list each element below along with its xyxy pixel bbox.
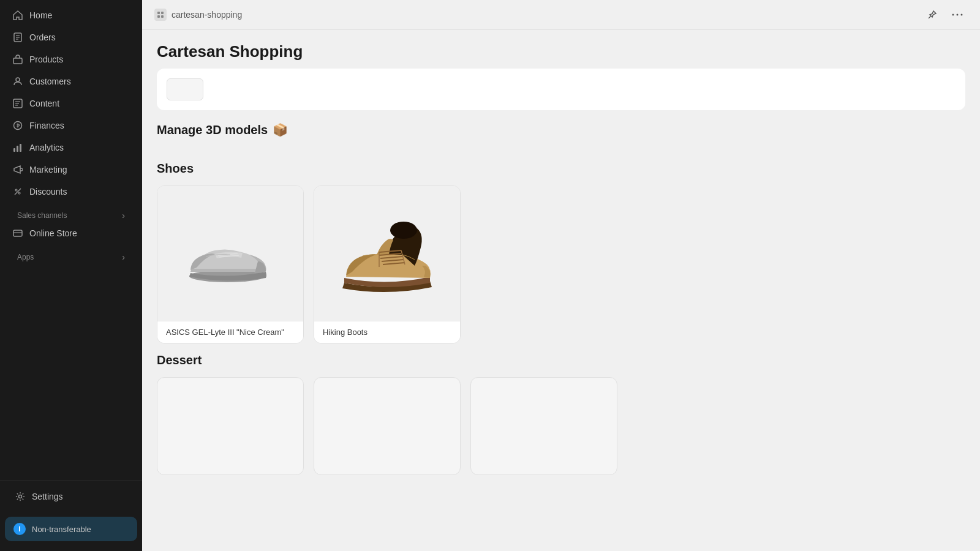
sidebar-item-online-store[interactable]: Online Store [5, 223, 137, 244]
discounts-icon [12, 186, 23, 197]
settings-item[interactable]: Settings [7, 486, 135, 507]
sidebar: Home Orders [0, 0, 142, 551]
svg-point-26 [961, 14, 963, 16]
dessert-placeholder-2[interactable] [314, 377, 461, 475]
sidebar-item-finances[interactable]: Finances [5, 115, 137, 136]
svg-point-18 [19, 495, 22, 498]
dessert-title: Dessert [142, 353, 980, 367]
page-content: Cartesan Shopping Manage 3D models 📦 Sho… [142, 30, 980, 551]
online-store-icon [12, 228, 23, 239]
svg-rect-20 [161, 12, 164, 14]
products-icon [12, 54, 23, 65]
page-title: Cartesan Shopping [157, 42, 965, 61]
dessert-placeholder-3[interactable] [470, 377, 617, 475]
product-label-asics: ASICS GEL-Lyte III "Nice Cream" [157, 321, 303, 343]
home-icon [12, 10, 23, 21]
shoes-section-label: Shoes [142, 162, 980, 176]
svg-point-15 [18, 192, 20, 194]
box-emoji: 📦 [273, 122, 288, 137]
page-header: Cartesan Shopping [142, 30, 980, 69]
analytics-icon [12, 142, 23, 153]
sidebar-item-products[interactable]: Products [5, 49, 137, 70]
dessert-placeholder-1[interactable] [157, 377, 304, 475]
orders-icon [12, 32, 23, 43]
product-image-hiking [314, 186, 460, 321]
manage-3d-section: Manage 3D models 📦 [142, 122, 980, 162]
settings-icon [15, 491, 26, 502]
non-transferable-badge[interactable]: i Non-transferable [5, 517, 137, 541]
svg-point-30 [390, 222, 417, 239]
product-image-asics [157, 186, 303, 321]
breadcrumb: cartesan-shopping [154, 9, 242, 21]
dessert-grid [142, 377, 980, 485]
partial-card-content [167, 78, 203, 100]
marketing-icon [12, 164, 23, 175]
main-area: cartesan-shopping [142, 0, 980, 551]
svg-rect-22 [161, 15, 164, 18]
sidebar-item-analytics[interactable]: Analytics [5, 137, 137, 158]
sales-channels-section: Sales channels › [5, 203, 137, 223]
apps-chevron-icon[interactable]: › [122, 252, 125, 262]
svg-rect-13 [20, 144, 21, 152]
svg-point-5 [16, 78, 20, 81]
svg-rect-21 [157, 15, 160, 18]
product-card-hiking[interactable]: Hiking Boots [314, 186, 461, 343]
info-icon: i [13, 523, 26, 535]
sidebar-bottom: Settings [0, 481, 142, 514]
sidebar-item-orders[interactable]: Orders [5, 27, 137, 48]
sidebar-item-discounts[interactable]: Discounts [5, 181, 137, 202]
partial-card [157, 69, 965, 110]
product-card-asics[interactable]: ASICS GEL-Lyte III "Nice Cream" [157, 186, 304, 343]
sidebar-item-home[interactable]: Home [5, 5, 137, 26]
content-icon [12, 98, 23, 109]
shoes-title: Shoes [142, 162, 980, 176]
finances-icon [12, 120, 23, 131]
sidebar-item-customers[interactable]: Customers [5, 71, 137, 92]
sidebar-item-marketing[interactable]: Marketing [5, 159, 137, 180]
svg-rect-12 [17, 146, 18, 152]
dessert-section-label: Dessert [142, 353, 980, 367]
chevron-right-icon[interactable]: › [122, 211, 125, 220]
breadcrumb-icon [154, 9, 167, 21]
svg-rect-11 [13, 148, 15, 152]
svg-point-25 [957, 14, 959, 16]
apps-section: Apps › [5, 245, 137, 264]
more-button[interactable] [947, 11, 968, 18]
svg-rect-4 [13, 58, 22, 64]
customers-icon [12, 76, 23, 87]
product-grid: ASICS GEL-Lyte III "Nice Cream" [142, 186, 980, 353]
svg-point-24 [952, 14, 954, 16]
pin-button[interactable] [922, 7, 942, 22]
product-label-hiking: Hiking Boots [314, 321, 460, 343]
svg-rect-19 [157, 12, 160, 14]
top-bar: cartesan-shopping [142, 0, 980, 30]
svg-point-14 [15, 189, 17, 191]
sidebar-item-content[interactable]: Content [5, 93, 137, 114]
sidebar-nav: Home Orders [0, 5, 142, 476]
manage-3d-title: Manage 3D models 📦 [157, 122, 965, 137]
svg-rect-17 [13, 230, 22, 236]
top-bar-actions [922, 7, 968, 22]
svg-line-23 [929, 16, 931, 18]
